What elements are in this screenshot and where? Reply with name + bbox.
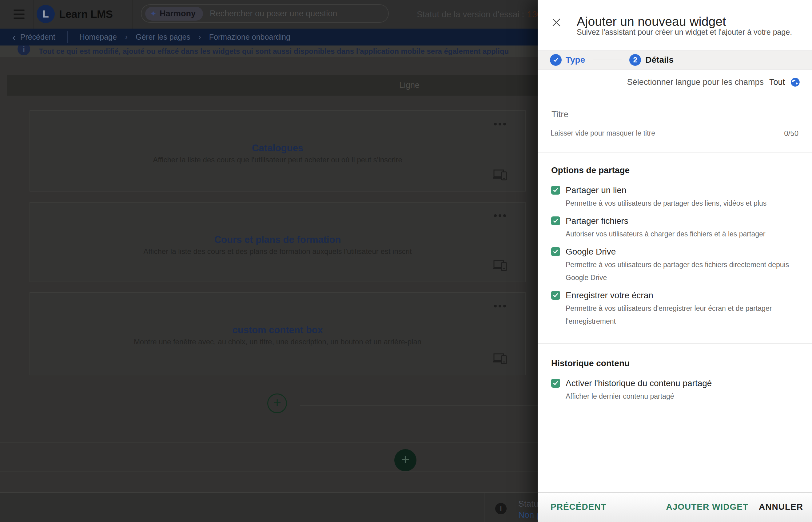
cancel-button[interactable]: ANNULER: [759, 502, 803, 512]
checkbox-checked[interactable]: [551, 291, 560, 300]
header-divider: [132, 0, 133, 28]
info-icon: i: [18, 45, 30, 55]
checkbox-checked[interactable]: [551, 379, 560, 388]
search-placeholder: Rechercher ou poser une question: [210, 9, 337, 18]
checkbox-checked[interactable]: [551, 186, 560, 195]
checkbox-row: Google DrivePermettre à vos utilisateurs…: [551, 246, 800, 284]
add-widget-submit-button[interactable]: AJOUTER WIDGET: [666, 502, 748, 512]
more-options-icon[interactable]: [494, 214, 506, 217]
devices-icon: [492, 168, 507, 182]
breadcrumb-divider: [67, 32, 68, 43]
section-heading: Options de partage: [551, 165, 800, 175]
section-heading: Historique contenu: [551, 359, 800, 368]
options-section: Historique contenuActiver l'historique d…: [551, 359, 800, 409]
checkbox-label: Partager fichiers: [566, 216, 765, 226]
breadcrumb-item[interactable]: Formazione onboarding: [209, 33, 290, 41]
info-icon: i: [495, 503, 507, 514]
add-row-button[interactable]: +: [394, 449, 416, 471]
harmony-label: Harmony: [160, 9, 196, 18]
widget-card-description: Afficher la liste des cours que l'utilis…: [30, 156, 525, 164]
globe-icon[interactable]: [790, 78, 800, 87]
status-bar-divider: [484, 493, 484, 522]
widget-card-title: Cours et plans de formation: [30, 234, 525, 245]
back-chevron-icon[interactable]: ‹: [12, 32, 16, 42]
row-divider: [0, 442, 541, 443]
breadcrumb-item[interactable]: Homepage: [79, 33, 117, 41]
checkbox-row: Enregistrer votre écranPermettre à vos u…: [551, 290, 800, 328]
breadcrumb-separator-icon: ›: [198, 32, 201, 42]
row-divider: [0, 471, 541, 471]
widget-card-description: Montre une fenêtre avec, au choix, un ti…: [30, 338, 525, 346]
checkbox-row: Partager un lienPermettre à vos utilisat…: [551, 185, 800, 210]
section-divider: [538, 343, 812, 344]
wizard-stepper: Type 2 Détails: [538, 50, 812, 70]
language-selector-value[interactable]: Tout: [769, 78, 785, 87]
harmony-assistant-pill[interactable]: ✦ Harmony: [145, 7, 203, 21]
learn-lms-logo-icon[interactable]: L: [37, 5, 55, 23]
checkbox-description: Afficher le dernier contenu partagé: [566, 390, 712, 403]
checkbox-label: Google Drive: [566, 246, 800, 257]
sparkle-icon: ✦: [150, 10, 157, 18]
panel-subtitle: Suivez l'assistant pour créer un widget …: [577, 28, 792, 37]
widget-card-title: Catalogues: [30, 143, 525, 154]
checkbox-checked[interactable]: [551, 216, 560, 225]
options-section: Options de partagePartager un lienPermet…: [551, 165, 800, 334]
widget-card[interactable]: custom content boxMontre une fenêtre ave…: [29, 293, 526, 375]
checkbox-checked[interactable]: [551, 247, 560, 256]
devices-icon: [492, 352, 507, 365]
row-divider: [300, 405, 538, 406]
step-2-label: Détails: [645, 55, 674, 65]
widget-card-description: Afficher la liste des cours et des plans…: [30, 247, 525, 256]
panel-title: Ajouter un nouveau widget: [577, 15, 726, 29]
checkbox-label: Activer l'historique du contenu partagé: [566, 378, 712, 388]
screen: L Learn LMS ✦ Harmony Rechercher ou pose…: [0, 0, 812, 522]
panel-footer: PRÉCÉDENT AJOUTER WIDGET ANNULER: [538, 492, 812, 522]
publish-status-label: Statu: [518, 499, 538, 509]
step-2-circle[interactable]: 2: [629, 54, 641, 66]
checkbox-row: Activer l'historique du contenu partagéA…: [551, 378, 800, 403]
devices-icon: [492, 259, 507, 273]
back-button[interactable]: Précédent: [20, 33, 55, 41]
add-widget-to-row-button[interactable]: +: [267, 394, 287, 413]
checkbox-description: Permettre à vos utilisateurs de partager…: [566, 258, 800, 284]
step-1-label[interactable]: Type: [566, 55, 585, 65]
widget-card[interactable]: Cours et plans de formationAfficher la l…: [29, 202, 526, 282]
more-options-icon[interactable]: [494, 305, 506, 307]
more-options-icon[interactable]: [494, 123, 506, 125]
widget-card-title: custom content box: [30, 325, 525, 336]
close-icon[interactable]: [551, 17, 562, 28]
header-divider: [33, 0, 34, 28]
language-selector-label: Sélectionner langue pour les champs: [627, 78, 764, 87]
menu-icon[interactable]: [14, 9, 25, 19]
step-connector: [593, 60, 622, 60]
add-widget-panel: Ajouter un nouveau widget Suivez l'assis…: [538, 0, 812, 522]
checkbox-label: Partager un lien: [566, 185, 767, 196]
checkbox-description: Permettre à vos utilisateurs de partager…: [566, 197, 767, 210]
notice-text: Tout ce qui est modifié, ajouté ou effac…: [39, 47, 509, 56]
section-divider: [538, 153, 812, 153]
widget-card[interactable]: CataloguesAfficher la liste des cours qu…: [29, 111, 526, 192]
previous-button[interactable]: PRÉCÉDENT: [551, 502, 607, 512]
trial-status: Statut de la version d'essai : 130 j: [417, 0, 546, 28]
title-input[interactable]: [551, 114, 800, 127]
breadcrumb-item[interactable]: Gérer les pages: [136, 33, 191, 41]
checkbox-row: Partager fichiersAutoriser vos utilisate…: [551, 216, 800, 240]
row-section-title: Ligne: [399, 81, 419, 90]
checkbox-description: Autoriser vos utilisateurs à charger des…: [566, 227, 765, 240]
step-1-done-icon[interactable]: [550, 54, 562, 66]
character-counter: 0/50: [784, 129, 798, 138]
checkbox-label: Enregistrer votre écran: [566, 290, 800, 301]
logo-text[interactable]: Learn LMS: [59, 8, 113, 20]
language-selector: Sélectionner langue pour les champs Tout: [627, 78, 800, 87]
search-input[interactable]: ✦ Harmony Rechercher ou poser une questi…: [141, 4, 389, 23]
trial-status-label: Statut de la version d'essai :: [417, 9, 524, 19]
title-field-helper: Laisser vide pour masquer le titre: [551, 129, 655, 137]
checkbox-description: Permettre à vos utilisateurs d'enregistr…: [566, 302, 800, 328]
breadcrumb-separator-icon: ›: [125, 32, 127, 42]
